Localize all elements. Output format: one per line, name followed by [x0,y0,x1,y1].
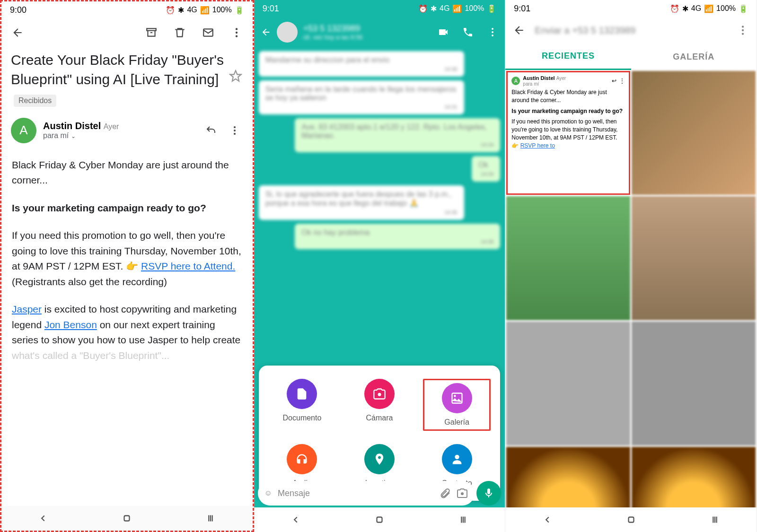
archive-button[interactable] [143,24,160,41]
tab-recientes[interactable]: RECIENTES [505,44,631,70]
nav-recent[interactable] [710,515,720,525]
attach-icon[interactable] [440,488,451,499]
svg-point-4 [236,35,238,37]
svg-point-12 [378,393,381,396]
status-icons: ⏰✱4G📶100%🔋 [166,6,244,15]
nav-recent[interactable] [205,513,216,523]
svg-point-5 [234,126,236,128]
tab-galeria[interactable]: GALERÍA [631,44,757,70]
android-nav [505,507,757,532]
nav-back[interactable] [542,515,553,525]
status-icons: ⏰✱4G📶100%🔋 [418,4,496,13]
wa-more-icon[interactable] [487,26,498,38]
back-button[interactable] [9,24,26,41]
jasper-link[interactable]: Jasper [12,304,42,314]
svg-point-15 [455,455,459,459]
wa-header[interactable]: +53 5 1323989 últ. vez hoy a las 8:56 [254,17,505,47]
chat-area[interactable]: Mandarme su direccion para el envio14:30… [254,47,505,255]
nav-back[interactable] [290,515,301,525]
call-icon[interactable] [462,26,474,38]
sender-more-button[interactable] [226,122,243,139]
gallery-item[interactable] [632,322,756,445]
status-bar: 9:00 ⏰✱4G📶100%🔋 [1,1,253,18]
gallery-item[interactable] [632,196,756,320]
nav-home[interactable] [626,515,636,525]
svg-rect-8 [124,516,130,521]
more-button[interactable] [737,24,749,36]
nav-recent[interactable] [458,515,468,525]
svg-rect-21 [628,517,634,523]
svg-point-16 [461,492,464,495]
svg-point-20 [742,33,744,35]
back-icon[interactable] [261,27,271,37]
sender-row[interactable]: A Austin Distel Ayer para mí ⌄ [1,114,253,153]
gallery-grid[interactable]: A Austin Distel Ayerpara mí ↩ ⋮ Black Fr… [505,70,757,532]
tabs: RECIENTES GALERÍA [505,44,757,70]
svg-point-3 [236,32,238,34]
android-nav [254,507,505,532]
status-time: 9:01 [263,4,279,14]
svg-point-2 [236,28,238,30]
email-body: Black Friday & Cyber Monday are just aro… [1,153,253,381]
attach-gallery[interactable]: Galería [423,379,491,431]
svg-point-11 [492,35,493,36]
contact-avatar[interactable] [277,22,298,43]
svg-point-9 [492,28,493,30]
delete-button[interactable] [171,24,188,41]
gallery-item[interactable] [506,322,630,445]
star-button[interactable] [229,70,242,83]
picker-header: Enviar a +53 5 1323989 [505,17,757,44]
nav-home[interactable] [374,515,385,525]
gallery-item[interactable] [632,71,756,195]
svg-point-6 [234,130,236,131]
status-time: 9:00 [10,5,26,15]
status-bar: 9:01 ⏰✱4G📶100%🔋 [505,0,757,17]
svg-point-10 [492,31,493,33]
message-input[interactable]: ☺ Mensaje [258,481,475,506]
nav-home[interactable] [122,513,132,523]
video-call-icon[interactable] [438,26,449,38]
status-bar: 9:01 ⏰✱4G📶100%🔋 [254,0,505,17]
gallery-item-email-screenshot[interactable]: A Austin Distel Ayerpara mí ↩ ⋮ Black Fr… [506,71,630,195]
nav-back[interactable] [38,513,48,523]
back-button[interactable] [513,24,525,36]
camera-icon[interactable] [457,488,468,499]
svg-point-7 [234,133,236,135]
sender-avatar[interactable]: A [11,118,36,143]
attach-camera[interactable]: Cámara [345,379,414,431]
svg-point-14 [454,395,456,397]
more-button[interactable] [228,24,245,41]
android-nav [1,506,253,531]
inbox-label[interactable]: Recibidos [14,95,56,107]
jon-benson-link[interactable]: Jon Benson [44,319,97,330]
gmail-toolbar [1,18,253,47]
email-subject: Create Your Black Friday "Buyer's Bluepr… [1,47,253,114]
svg-point-19 [742,29,744,31]
reply-button[interactable] [202,122,220,139]
attach-document[interactable]: Documento [268,379,336,431]
mail-button[interactable] [200,24,217,41]
svg-rect-0 [147,28,156,30]
emoji-icon[interactable]: ☺ [264,489,272,497]
status-time: 9:01 [514,4,530,14]
mic-button[interactable] [476,481,501,506]
svg-point-18 [742,26,744,27]
status-icons: ⏰✱4G📶100%🔋 [670,4,748,13]
svg-rect-17 [377,517,382,523]
rsvp-link[interactable]: RSVP here to Attend. [141,261,235,271]
gallery-item[interactable] [506,196,630,320]
